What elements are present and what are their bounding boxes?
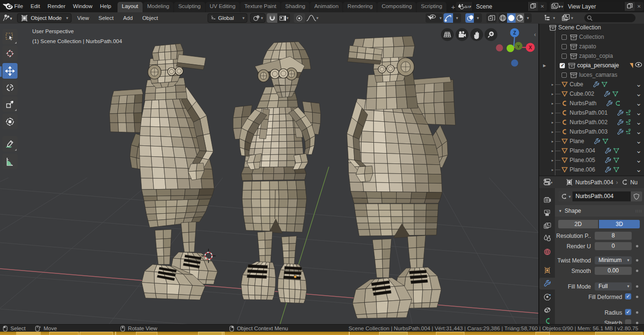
- svg-text:Z: Z: [513, 30, 516, 36]
- svg-text:User Perspective: User Perspective: [32, 28, 74, 34]
- svg-text:▾: ▾: [551, 181, 553, 185]
- svg-text:(1) Scene Collection | NurbsPa: (1) Scene Collection | NurbsPath.004: [32, 38, 122, 44]
- svg-text:▾: ▾: [10, 16, 12, 21]
- svg-text:‹: ‹: [534, 31, 536, 38]
- svg-text:X: X: [529, 45, 532, 50]
- svg-text:Y: Y: [517, 44, 520, 49]
